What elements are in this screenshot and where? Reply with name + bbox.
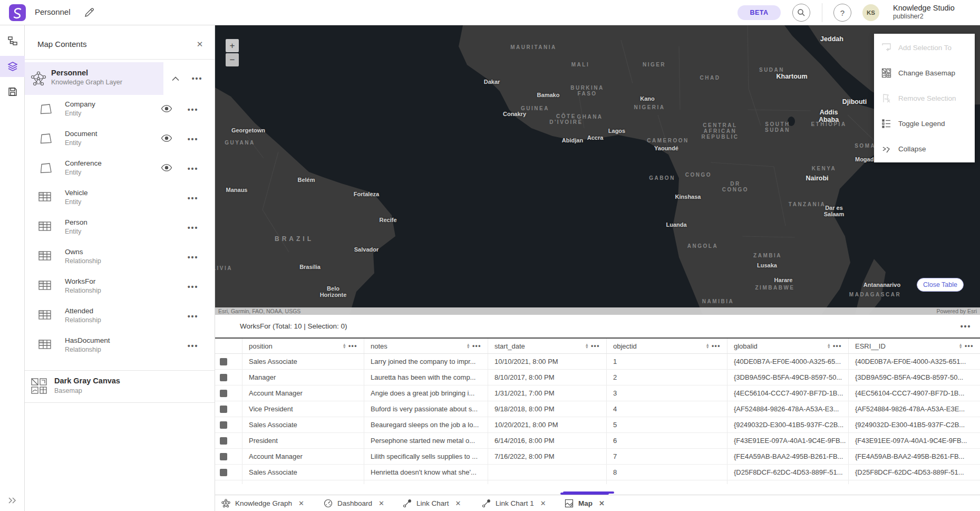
- column-header-esri-id[interactable]: ESRI__ID ▲▼ •••: [849, 339, 980, 353]
- cell-globalid[interactable]: {9249032D-E300-41B5-937F-C2B...: [727, 417, 849, 432]
- cell-objectid[interactable]: 8: [607, 465, 727, 480]
- table-row[interactable]: President Persephone started new metal o…: [215, 433, 980, 449]
- cell-objectid[interactable]: 2: [607, 370, 727, 385]
- sort-icon[interactable]: ▲▼: [585, 343, 588, 349]
- cell-position[interactable]: President: [242, 433, 364, 448]
- column-menu-icon[interactable]: •••: [833, 342, 842, 350]
- layer-row-person[interactable]: Person Entity •••: [25, 213, 215, 243]
- close-table-button[interactable]: Close Table: [917, 278, 964, 292]
- help-icon[interactable]: ?: [833, 4, 851, 22]
- layer-row-document[interactable]: Document Entity •••: [25, 124, 215, 154]
- cell-globalid[interactable]: {4EC56104-CCC7-4907-BF7D-1B...: [727, 385, 849, 401]
- layer-menu-icon[interactable]: •••: [186, 341, 200, 351]
- row-select-cell[interactable]: [215, 417, 242, 432]
- cell-globalid[interactable]: {F43E91EE-097A-40A1-9C4E-9FB...: [727, 433, 849, 448]
- map-view[interactable]: Jeddah Khartoum Dakar Bamako Kano Conakr…: [215, 25, 980, 315]
- cell-start-date[interactable]: 7/16/2022, 8:00 PM: [488, 449, 607, 464]
- cell-start-date[interactable]: [488, 465, 607, 480]
- chevron-up-icon[interactable]: [169, 72, 182, 85]
- close-icon[interactable]: ✕: [540, 499, 546, 507]
- visibility-eye-icon[interactable]: [161, 134, 174, 144]
- menu-item-collapse[interactable]: Collapse: [874, 136, 975, 161]
- row-checkbox[interactable]: [220, 390, 227, 397]
- cell-start-date[interactable]: 10/10/2021, 8:00 PM: [488, 354, 607, 369]
- tab-map[interactable]: Map ✕: [561, 495, 608, 511]
- cell-esri-id[interactable]: {40DE0B7A-EF0E-4000-A325-651...: [849, 354, 980, 369]
- row-select-cell[interactable]: [215, 354, 242, 369]
- cell-notes[interactable]: Angie does a great job bringing i...: [364, 385, 488, 401]
- layer-menu-icon[interactable]: •••: [186, 193, 200, 204]
- row-select-cell[interactable]: [215, 449, 242, 464]
- cell-position[interactable]: Vice President: [242, 401, 364, 417]
- select-all-cell[interactable]: [215, 339, 242, 353]
- expand-chevrons-icon[interactable]: [0, 494, 25, 507]
- cell-esri-id[interactable]: {4EC56104-CCC7-4907-BF7D-1B...: [849, 385, 980, 401]
- cell-globalid[interactable]: {FE4A59AB-BAA2-495B-B261-FB...: [727, 449, 849, 464]
- layer-row-owns[interactable]: Owns Relationship •••: [25, 243, 215, 272]
- cell-objectid[interactable]: 3: [607, 385, 727, 401]
- visibility-eye-icon[interactable]: [161, 104, 174, 115]
- tab-knowledge-graph[interactable]: Knowledge Graph ✕: [218, 495, 307, 511]
- close-icon[interactable]: ✕: [455, 499, 461, 507]
- layer-row-worksfor[interactable]: WorksFor Relationship •••: [25, 272, 215, 302]
- table-row[interactable]: Sales Associate Larry joined the company…: [215, 354, 980, 370]
- visibility-eye-icon[interactable]: [161, 163, 174, 174]
- layer-group-menu-icon[interactable]: •••: [190, 73, 204, 84]
- table-row[interactable]: Manager Lauretta has been with the comp.…: [215, 370, 980, 385]
- sort-icon[interactable]: ▲▼: [342, 343, 346, 349]
- column-menu-icon[interactable]: •••: [965, 342, 974, 350]
- tab-link-chart-1[interactable]: Link Chart 1 ✕: [479, 495, 549, 511]
- edit-pencil-icon[interactable]: [83, 7, 95, 18]
- cell-globalid[interactable]: {AF524884-9826-478A-A53A-E3...: [727, 401, 849, 417]
- row-select-cell[interactable]: [215, 401, 242, 417]
- layer-row-hasdocument[interactable]: HasDocument Relationship •••: [25, 331, 215, 361]
- close-icon[interactable]: ✕: [379, 499, 384, 507]
- table-row[interactable]: Sales Associate Beauregard sleeps on the…: [215, 417, 980, 433]
- cell-start-date[interactable]: 1/31/2021, 7:00 PM: [488, 385, 607, 401]
- zoom-in-button[interactable]: +: [226, 39, 239, 52]
- sort-icon[interactable]: ▲▼: [958, 343, 962, 349]
- layer-group-personnel[interactable]: Personnel Knowledge Graph Layer •••: [25, 62, 215, 95]
- layer-row-vehicle[interactable]: Vehicle Entity •••: [25, 184, 215, 213]
- cell-start-date[interactable]: 8/10/2017, 8:00 PM: [488, 370, 607, 385]
- table-row[interactable]: Account Manager Lilith specifically sell…: [215, 449, 980, 465]
- row-select-cell[interactable]: [215, 370, 242, 385]
- cell-notes[interactable]: Lauretta has been with the comp...: [364, 370, 488, 385]
- layers-icon[interactable]: [0, 56, 25, 77]
- table-row[interactable]: Sales Associate Henrietta doesn't know w…: [215, 465, 980, 480]
- cell-position[interactable]: Sales Associate: [242, 465, 364, 480]
- cell-notes[interactable]: Persephone started new metal o...: [364, 433, 488, 448]
- table-row[interactable]: Account Manager Angie does a great job b…: [215, 385, 980, 401]
- cell-notes[interactable]: Buford is very passionate about s...: [364, 401, 488, 417]
- tab-dashboard[interactable]: Dashboard ✕: [321, 495, 387, 511]
- cell-objectid[interactable]: 7: [607, 449, 727, 464]
- column-header-globalid[interactable]: globalid ▲▼ •••: [727, 339, 849, 353]
- column-header-start-date[interactable]: start_date ▲▼ •••: [488, 339, 607, 353]
- row-checkbox[interactable]: [220, 421, 227, 429]
- menu-item-change-basemap[interactable]: Change Basemap: [874, 60, 975, 85]
- layer-row-attended[interactable]: Attended Relationship •••: [25, 302, 215, 331]
- column-menu-icon[interactable]: •••: [591, 342, 600, 350]
- cell-position[interactable]: Sales Associate: [242, 417, 364, 432]
- column-menu-icon[interactable]: •••: [472, 342, 481, 350]
- cell-globalid[interactable]: {D25F8DCF-62DC-4D53-889F-51...: [727, 465, 849, 480]
- menu-item-toggle-legend[interactable]: Toggle Legend: [874, 111, 975, 136]
- sort-icon[interactable]: ▲▼: [705, 343, 709, 349]
- row-checkbox[interactable]: [220, 374, 227, 381]
- row-checkbox[interactable]: [220, 358, 227, 365]
- sort-icon[interactable]: ▲▼: [466, 343, 470, 349]
- close-icon[interactable]: ✕: [599, 499, 605, 507]
- basemap-row[interactable]: Dark Gray Canvas Basemap: [25, 371, 215, 402]
- row-select-cell[interactable]: [215, 385, 242, 401]
- layer-menu-icon[interactable]: •••: [186, 134, 200, 144]
- save-icon[interactable]: [0, 81, 25, 102]
- avatar[interactable]: KS: [862, 4, 879, 21]
- cell-objectid[interactable]: 4: [607, 401, 727, 417]
- search-icon[interactable]: [792, 4, 810, 22]
- cell-position[interactable]: Account Manager: [242, 385, 364, 401]
- cell-esri-id[interactable]: {F43E91EE-097A-40A1-9C4E-9FB...: [849, 433, 980, 448]
- cell-notes[interactable]: Beauregard sleeps on the job a lo...: [364, 417, 488, 432]
- layer-row-conference[interactable]: Conference Entity •••: [25, 154, 215, 184]
- cell-globalid[interactable]: {3DB9A59C-B5FA-49CB-8597-50...: [727, 370, 849, 385]
- cell-esri-id[interactable]: {FE4A59AB-BAA2-495B-B261-FB...: [849, 449, 980, 464]
